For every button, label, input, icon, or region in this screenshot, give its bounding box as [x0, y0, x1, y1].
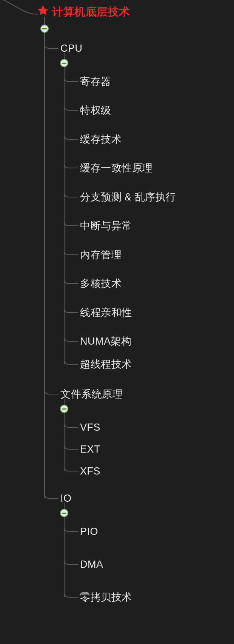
node-cpu-child[interactable]: 中断与异常 — [80, 220, 132, 232]
node-fs-child[interactable]: VFS — [80, 421, 100, 433]
node-fs-child[interactable]: XFS — [80, 465, 100, 477]
node-cpu-child[interactable]: 寄存器 — [80, 75, 111, 88]
node-filesystem[interactable]: 文件系统原理 — [60, 388, 123, 400]
node-cpu-child[interactable]: 缓存一致性原理 — [80, 162, 153, 174]
mindmap-canvas: 计算机底层技术 CPU 寄存器 特权级 缓存技术 缓存一致性原理 分支预测 & … — [0, 0, 234, 644]
minus-icon — [62, 408, 66, 410]
collapse-toggle-cpu[interactable] — [60, 59, 68, 67]
node-cpu-child[interactable]: 内存管理 — [80, 249, 122, 261]
node-cpu[interactable]: CPU — [60, 42, 83, 54]
node-io[interactable]: IO — [60, 492, 72, 504]
root-node-label[interactable]: 计算机底层技术 — [52, 5, 130, 18]
node-io-child[interactable]: 零拷贝技术 — [80, 591, 132, 603]
node-cpu-child[interactable]: NUMA架构 — [80, 335, 132, 347]
node-cpu-child[interactable]: 缓存技术 — [80, 133, 122, 145]
minus-icon — [62, 63, 66, 64]
node-cpu-child[interactable]: 多核技术 — [80, 277, 122, 290]
node-cpu-child[interactable]: 分支预测 & 乱序执行 — [80, 191, 176, 203]
minus-icon — [62, 513, 66, 514]
node-cpu-child[interactable]: 线程亲和性 — [80, 307, 132, 319]
minus-icon — [42, 28, 47, 29]
node-io-child[interactable]: DMA — [80, 558, 103, 570]
node-io-child[interactable]: PIO — [80, 525, 98, 538]
node-cpu-child[interactable]: 超线程技术 — [80, 358, 132, 370]
collapse-toggle-filesystem[interactable] — [60, 405, 68, 413]
collapse-toggle-root[interactable] — [40, 25, 49, 33]
node-fs-child[interactable]: EXT — [80, 443, 100, 455]
star-icon — [36, 4, 50, 17]
tree-connectors — [0, 0, 234, 644]
collapse-toggle-io[interactable] — [60, 509, 68, 517]
node-cpu-child[interactable]: 特权级 — [80, 104, 111, 116]
